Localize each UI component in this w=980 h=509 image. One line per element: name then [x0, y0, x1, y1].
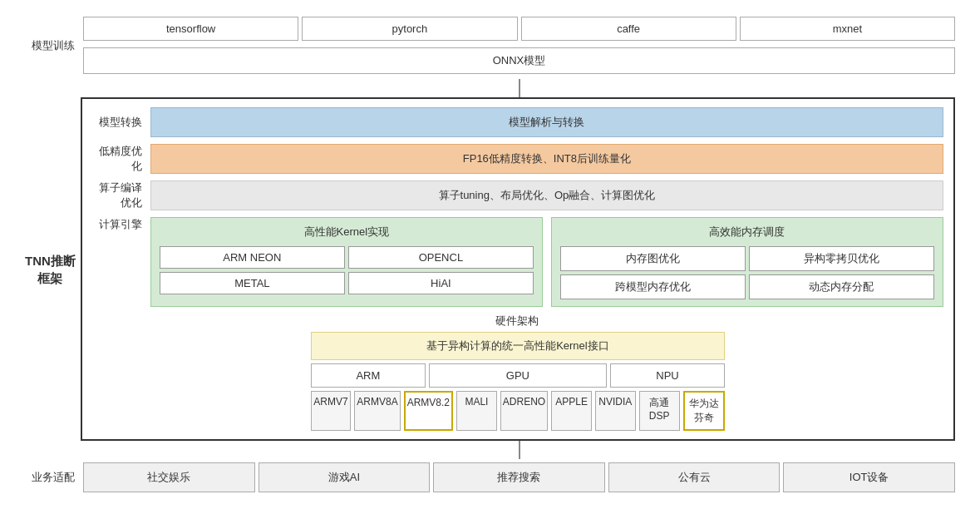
memory-dynamic-alloc: 动态内存分配 — [749, 274, 934, 299]
onnx-bar: ONNX模型 — [83, 47, 955, 74]
business-recommend: 推荐搜索 — [433, 462, 605, 492]
hw-unified-bar: 基于异构计算的统一高性能Kernel接口 — [311, 332, 726, 360]
compute-inner: 高性能Kernel实现 ARM NEON OPENCL METAL HiAI 高… — [150, 217, 943, 307]
tnn-label-container: TNN推断 框架 — [25, 97, 76, 441]
memory-box: 高效能内存调度 内存图优化 异构零拷贝优化 跨模型内存优化 动态内存分配 — [551, 217, 943, 307]
framework-tensorflow: tensorflow — [83, 17, 298, 41]
hw-gpu-label: GPU — [429, 363, 606, 388]
business-social: 社交娱乐 — [83, 462, 255, 492]
framework-pytorch: pytorch — [302, 17, 517, 41]
hw-armv7: ARMV7 — [311, 391, 352, 431]
kernel-arm-neon: ARM NEON — [160, 246, 345, 269]
tnn-label-line2: 框架 — [25, 269, 76, 287]
hw-mali: MALI — [456, 391, 497, 431]
operator-opt-bar: 算子tuning、布局优化、Op融合、计算图优化 — [150, 180, 943, 210]
low-precision-bar: FP16低精度转换、INT8后训练量化 — [150, 144, 943, 174]
framework-caffe: caffe — [521, 17, 736, 41]
kernel-metal: METAL — [160, 272, 345, 294]
tnn-label-line1: TNN推断 — [25, 252, 76, 269]
operator-opt-label: 算子编译优化 — [92, 180, 150, 210]
tnn-frame: 模型转换 模型解析与转换 低精度优化 FP16低精度转换、INT8后训练量化 算… — [81, 97, 955, 441]
operator-opt-row: 算子编译优化 算子tuning、布局优化、Op融合、计算图优化 — [92, 180, 943, 210]
top-connector-svg — [83, 79, 956, 97]
hw-huawei-davinci: 华为达芬奇 — [683, 391, 726, 431]
hw-npu-label: NPU — [610, 363, 726, 388]
high-perf-grid: ARM NEON OPENCL METAL HiAI — [160, 246, 534, 294]
business-items: 社交娱乐 游戏AI 推荐搜索 公有云 IOT设备 — [83, 462, 955, 492]
hw-armv8a: ARMV8A — [354, 391, 400, 431]
hw-top-labels: ARM GPU NPU — [311, 363, 726, 388]
framework-mxnet: mxnet — [740, 17, 955, 41]
memory-cross-model: 跨模型内存优化 — [560, 274, 746, 299]
model-training-section: 模型训练 tensorflow pytorch caffe mxnet ONNX… — [25, 17, 955, 74]
hw-armv82: ARMV8.2 — [404, 391, 453, 431]
low-precision-row: 低精度优化 FP16低精度转换、INT8后训练量化 — [92, 144, 943, 174]
hw-arm-label: ARM — [311, 363, 426, 388]
tnn-wrapper: TNN推断 框架 模型转换 模型解析与转换 低精度优化 FP16低精度转换、IN… — [25, 97, 955, 441]
hw-nvidia: NVIDIA — [595, 391, 636, 431]
business-game: 游戏AI — [259, 462, 431, 492]
compute-engine-label: 计算引擎 — [92, 217, 150, 232]
kernel-opencl: OPENCL — [348, 246, 534, 269]
frameworks-row: tensorflow pytorch caffe mxnet — [83, 17, 955, 41]
model-training-label: 模型训练 — [25, 38, 83, 53]
memory-hetero-copy: 异构零拷贝优化 — [749, 246, 934, 271]
memory-grid: 内存图优化 异构零拷贝优化 跨模型内存优化 动态内存分配 — [560, 246, 934, 299]
business-label: 业务适配 — [25, 470, 83, 485]
hardware-label: 硬件架构 — [489, 314, 547, 329]
business-iot: IOT设备 — [783, 462, 955, 492]
high-perf-box: 高性能Kernel实现 ARM NEON OPENCL METAL HiAI — [150, 217, 543, 307]
hw-sub-labels: ARMV7 ARMV8A ARMV8.2 MALI ADRENO APPLE N… — [311, 391, 726, 431]
hardware-section: 硬件架构 基于异构计算的统一高性能Kernel接口 ARM GPU NPU AR… — [92, 314, 943, 431]
hw-arch-container: 基于异构计算的统一高性能Kernel接口 ARM GPU NPU ARMV7 A… — [311, 332, 726, 431]
kernel-hiai: HiAI — [348, 272, 534, 294]
tnn-label: TNN推断 框架 — [25, 252, 76, 287]
model-conversion-label: 模型转换 — [92, 115, 150, 130]
hw-adreno: ADRENO — [500, 391, 548, 431]
model-conversion-bar: 模型解析与转换 — [150, 107, 943, 137]
business-section: 业务适配 社交娱乐 游戏AI 推荐搜索 公有云 IOT设备 — [25, 462, 955, 492]
memory-graph-opt: 内存图优化 — [560, 246, 746, 271]
memory-title: 高效能内存调度 — [560, 225, 934, 240]
hw-apple: APPLE — [551, 391, 592, 431]
diagram: 模型训练 tensorflow pytorch caffe mxnet ONNX… — [25, 17, 955, 492]
high-perf-title: 高性能Kernel实现 — [160, 225, 534, 240]
model-conversion-row: 模型转换 模型解析与转换 — [92, 107, 943, 137]
compute-engine-section: 计算引擎 高性能Kernel实现 ARM NEON OPENCL METAL H… — [92, 217, 943, 307]
top-content: tensorflow pytorch caffe mxnet ONNX模型 — [83, 17, 955, 74]
hw-qualcomm-dsp: 高通DSP — [639, 391, 680, 431]
business-cloud: 公有云 — [608, 462, 781, 492]
low-precision-label: 低精度优化 — [92, 144, 150, 174]
bottom-connector-svg — [83, 441, 956, 459]
